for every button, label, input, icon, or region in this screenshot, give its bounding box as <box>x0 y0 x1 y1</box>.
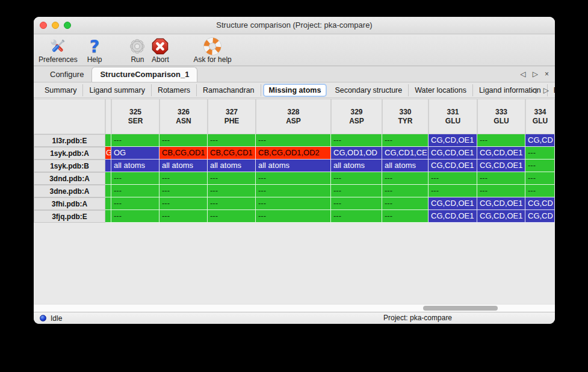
column-header: 334GLU <box>525 99 555 134</box>
cell: --- <box>208 134 256 147</box>
app-window: Structure comparison (Project: pka-compa… <box>34 17 555 324</box>
cell <box>105 197 111 210</box>
cell: --- <box>382 185 429 197</box>
cell: CG,CD <box>525 134 555 147</box>
tab-water-locations[interactable]: Water locations <box>409 84 473 96</box>
cell: all atoms <box>208 160 256 172</box>
column-header: 329ASP <box>331 99 382 134</box>
tools-icon <box>48 36 67 56</box>
cell: CB,CG,CD1 <box>208 147 256 160</box>
tab-ramachandran[interactable]: Ramachandran <box>197 84 261 96</box>
tab-scroll-left-icon[interactable]: ◁ <box>521 70 526 78</box>
cell: --- <box>331 134 382 147</box>
tab-scroll-right-icon[interactable]: ▷ <box>533 70 538 78</box>
question-mark-icon: ? <box>90 36 100 56</box>
row-label: 3fhi.pdb:A <box>34 197 105 210</box>
cell: CG,CD1,CE <box>382 147 429 160</box>
cell: --- <box>331 197 382 210</box>
table-row: 1l3r.pdb:E------------------CG,CD,OE1---… <box>34 134 555 147</box>
horizontal-scrollbar[interactable] <box>34 304 555 312</box>
table-row: 3dne.pdb:A--------------------------- <box>34 185 555 197</box>
help-button[interactable]: ? Help <box>87 36 102 64</box>
cell: --- <box>382 134 429 147</box>
cell: CG,CD,OE1 <box>477 147 525 160</box>
cell: --- <box>159 134 208 147</box>
preferences-label: Preferences <box>39 56 78 64</box>
table-row: 3fhi.pdb:A------------------CG,CD,OE1CG,… <box>34 197 555 210</box>
cell: --- <box>159 197 208 210</box>
run-label: Run <box>131 56 144 64</box>
abort-button[interactable]: Abort <box>151 36 169 64</box>
column-header: 330TYR <box>382 99 429 134</box>
column-header: 333GLU <box>477 99 525 134</box>
cell: CG,CD,OE1 <box>429 134 477 147</box>
tab-configure[interactable]: Configure <box>42 67 91 82</box>
cell: --- <box>525 147 555 160</box>
cell: --- <box>256 185 331 197</box>
tab-structurecomparison-1[interactable]: StructureComparison_1 <box>91 67 197 82</box>
column-header: 331GLU <box>429 99 477 134</box>
column-header: 327PHE <box>208 99 256 134</box>
cell <box>105 185 111 197</box>
row-label: 1syk.pdb:A <box>34 147 105 160</box>
tab-summary[interactable]: Summary <box>39 84 83 96</box>
minimize-window-button[interactable] <box>52 22 59 29</box>
cell <box>105 172 111 185</box>
cell: --- <box>525 160 555 172</box>
tab-missing-atoms[interactable]: Missing atoms <box>263 84 327 97</box>
row-label: 1l3r.pdb:E <box>34 134 105 147</box>
cell: CB,CG,OD1,OD2 <box>256 147 331 160</box>
ask-for-help-label: Ask for help <box>193 56 231 64</box>
subtab-scroll-left-icon[interactable]: ◁ <box>531 86 537 95</box>
cell: CG,CD <box>525 197 555 210</box>
cell: --- <box>111 172 159 185</box>
cell: all atoms <box>111 160 159 172</box>
abort-label: Abort <box>152 56 169 64</box>
cell: CG,CD,OE1 <box>477 160 525 172</box>
cell: all atoms <box>256 160 331 172</box>
subtab-scroll-right-icon[interactable]: ▷ <box>543 86 549 95</box>
table-row: 1syk.pdb:Ball atomsall atomsall atomsall… <box>34 160 555 172</box>
gear-icon <box>128 36 146 56</box>
run-button[interactable]: Run <box>128 36 146 64</box>
preferences-button[interactable]: Preferences <box>39 36 78 64</box>
cell: --- <box>208 185 256 197</box>
cell: CG,CD,OE1 <box>429 147 477 160</box>
row-label: 3dne.pdb:A <box>34 185 105 197</box>
cell: --- <box>331 185 382 197</box>
cell: CG,CD,OE1 <box>477 197 525 210</box>
cell: --- <box>525 172 555 185</box>
cell: --- <box>477 185 525 197</box>
status-bar: Idle Project: pka-compare <box>34 312 555 324</box>
zoom-window-button[interactable] <box>64 22 71 29</box>
cell: CG,CD,OE1 <box>477 210 525 223</box>
tab-ligand-summary[interactable]: Ligand summary <box>83 84 151 96</box>
cell: --- <box>331 172 382 185</box>
tab-close-icon[interactable]: × <box>545 70 549 78</box>
close-window-button[interactable] <box>40 22 47 29</box>
cell: --- <box>477 134 525 147</box>
table-corner-cell <box>34 99 105 134</box>
cell: --- <box>256 197 331 210</box>
cell: --- <box>429 185 477 197</box>
toolbar: Preferences ? Help <box>34 34 555 66</box>
cell: --- <box>382 210 429 223</box>
cell: --- <box>159 210 208 223</box>
cell: --- <box>382 172 429 185</box>
cell: CG,CD,OE1 <box>429 210 477 223</box>
scrollbar-thumb[interactable] <box>423 306 498 311</box>
cell: --- <box>208 197 256 210</box>
cell: --- <box>382 197 429 210</box>
ask-for-help-button[interactable]: Ask for help <box>193 36 231 64</box>
tab-rotamers[interactable]: Rotamers <box>152 84 197 96</box>
cell: CB,CG,OD1 <box>159 147 208 160</box>
stop-x-icon <box>151 36 169 56</box>
cell <box>105 134 111 147</box>
tab-secondary-structure[interactable]: Secondary structure <box>329 84 409 96</box>
table-row: 1syk.pdb:AGOGCB,CG,OD1CB,CG,CD1CB,CG,OD1… <box>34 147 555 160</box>
cell: CG,OD1,OD <box>331 147 382 160</box>
cell: --- <box>525 185 555 197</box>
table-row: 3fjq.pdb:E------------------CG,CD,OE1CG,… <box>34 210 555 223</box>
cell: CG,CD,OE1 <box>429 197 477 210</box>
view-tab-bar: Summary Ligand summary Rotamers Ramachan… <box>34 82 555 98</box>
